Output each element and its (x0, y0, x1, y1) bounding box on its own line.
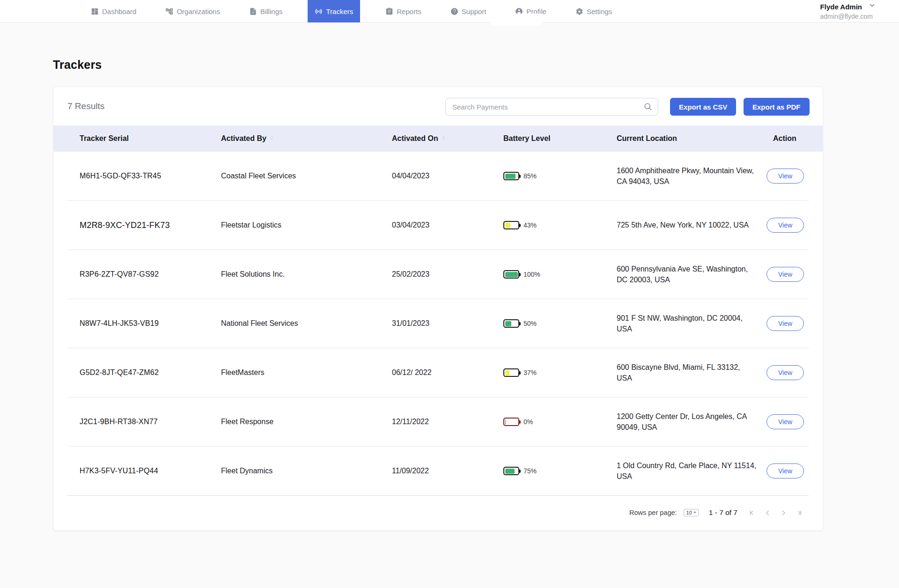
search-input[interactable] (445, 98, 658, 116)
battery-fill (505, 321, 512, 326)
current-location: 1200 Getty Center Dr, Los Angeles, CA 90… (617, 411, 757, 433)
activated-by: Fleet Response (221, 418, 392, 426)
table-header: Tracker Serial Activated By Activated On… (53, 125, 823, 152)
tracker-serial: R3P6-2ZT-QV87-GS92 (80, 270, 221, 279)
battery-icon (503, 418, 519, 426)
export-pdf-button[interactable]: Export as PDF (744, 98, 810, 116)
next-page-button[interactable] (778, 507, 789, 518)
table-row: M6H1-5GD-QF33-TR45 Coastal Fleet Service… (67, 152, 809, 201)
activated-on: 25/02/2023 (392, 270, 503, 279)
current-location: 901 F St NW, Washington, DC 20004, USA (617, 313, 757, 334)
action-cell: View (766, 414, 810, 429)
user-name: Flyde Admin (820, 2, 862, 12)
action-cell: View (766, 463, 810, 478)
view-button[interactable]: View (766, 267, 804, 282)
activated-by: Fleet Solutions Inc. (221, 270, 392, 279)
current-location: 600 Biscayne Blvd, Miami, FL 33132, USA (617, 362, 757, 383)
action-cell: View (766, 365, 810, 380)
chevron-down-icon[interactable] (869, 2, 876, 12)
nav-item-support[interactable]: Support (447, 0, 490, 22)
battery-icon (503, 319, 519, 328)
nav-item-billings[interactable]: Billings (245, 0, 287, 22)
main-content: Trackers 7 Results Export as CSV Export … (0, 58, 899, 531)
column-header-activated-by[interactable]: Activated By (221, 134, 392, 143)
first-page-button[interactable] (746, 507, 757, 518)
user-email: admin@flyde.com (820, 12, 876, 21)
nav-item-label: Support (462, 7, 486, 15)
column-header-tracker-serial: Tracker Serial (80, 134, 221, 143)
rows-per-page-label: Rows per page: (629, 509, 677, 516)
nav-item-settings[interactable]: Settings (572, 0, 616, 22)
tracker-serial: M2R8-9XC-YD21-FK73 (80, 220, 221, 230)
dashboard-icon (91, 7, 99, 15)
sort-icon[interactable] (269, 134, 275, 143)
last-page-button[interactable] (794, 507, 805, 518)
table-row: H7K3-5FV-YU11-PQ44 Fleet Dynamics 11/09/… (67, 447, 809, 496)
activated-by: Coastal Fleet Services (221, 172, 392, 180)
view-button[interactable]: View (766, 414, 804, 429)
column-header-activated-on[interactable]: Activated On (392, 134, 503, 143)
battery-fill (505, 272, 518, 277)
table-row: N8W7-4LH-JK53-VB19 National Fleet Servic… (67, 299, 809, 348)
page-title: Trackers (53, 58, 846, 72)
nav-item-label: Settings (587, 7, 612, 15)
column-header-label: Activated By (221, 134, 266, 143)
trackers-icon (315, 7, 323, 15)
column-header-action: Action (766, 134, 810, 143)
reports-icon (385, 7, 393, 15)
caret-down-icon (693, 512, 696, 514)
battery-fill (505, 174, 516, 179)
nav-item-label: Dashboard (102, 7, 136, 15)
pagination-range: 1 - 7 of 7 (709, 508, 737, 517)
activated-on: 03/04/2023 (392, 221, 503, 229)
battery-cell: 43% (503, 221, 617, 229)
view-button[interactable]: View (766, 365, 804, 380)
column-header-battery-level: Battery Level (503, 134, 617, 143)
nav-item-label: Billings (260, 7, 283, 15)
battery-percent-label: 100% (523, 271, 540, 278)
battery-fill (505, 419, 506, 425)
previous-page-button[interactable] (762, 507, 773, 518)
column-header-label: Activated On (392, 134, 438, 143)
rows-per-page-select[interactable]: 10 (684, 509, 699, 516)
activated-by: Fleetstar Logistics (221, 221, 392, 229)
pagination-bar: Rows per page: 10 1 - 7 of 7 (53, 496, 823, 529)
battery-percent-label: 75% (523, 467, 537, 475)
tracker-serial: N8W7-4LH-JK53-VB19 (80, 319, 221, 328)
table-body: M6H1-5GD-QF33-TR45 Coastal Fleet Service… (53, 152, 823, 496)
user-menu-trigger[interactable]: Flyde Admin (820, 2, 876, 12)
activated-on: 31/01/2023 (392, 319, 503, 328)
battery-cell: 37% (503, 368, 617, 377)
column-header-label: Battery Level (503, 134, 551, 143)
battery-icon (503, 221, 519, 229)
activated-by: Fleet Dynamics (221, 467, 392, 475)
view-button[interactable]: View (766, 463, 804, 478)
nav-item-reports[interactable]: Reports (382, 0, 425, 22)
column-header-label: Current Location (617, 134, 677, 143)
table-row: R3P6-2ZT-QV87-GS92 Fleet Solutions Inc. … (67, 250, 809, 299)
nav-item-organizations[interactable]: Organizations (162, 0, 224, 22)
activated-on: 12/11/2022 (392, 418, 503, 426)
export-csv-button[interactable]: Export as CSV (670, 98, 736, 116)
current-location: 1 Old Country Rd, Carle Place, NY 11514,… (617, 460, 757, 482)
battery-icon (503, 270, 519, 279)
table-row: G5D2-8JT-QE47-ZM62 FleetMasters 06/12/ 2… (67, 348, 809, 397)
nav-item-trackers[interactable]: Trackers (308, 0, 360, 22)
view-button[interactable]: View (766, 169, 804, 184)
activated-by: FleetMasters (221, 368, 392, 377)
battery-percent-label: 50% (523, 320, 537, 327)
nav-item-dashboard[interactable]: Dashboard (87, 0, 140, 22)
activated-on: 04/04/2023 (392, 172, 503, 180)
view-button[interactable]: View (766, 218, 804, 233)
battery-fill (505, 223, 511, 228)
column-header-label: Tracker Serial (80, 134, 129, 143)
activated-on: 06/12/ 2022 (392, 368, 503, 377)
table-row: J2C1-9BH-RT38-XN77 Fleet Response 12/11/… (67, 397, 809, 447)
last-page-icon (796, 509, 803, 517)
results-count: 7 Results (67, 101, 104, 111)
view-button[interactable]: View (766, 316, 804, 331)
activated-on: 11/09/2022 (392, 467, 503, 475)
battery-cell: 75% (503, 467, 617, 475)
table-row: M2R8-9XC-YD21-FK73 Fleetstar Logistics 0… (67, 201, 809, 250)
sort-icon[interactable] (441, 134, 447, 143)
